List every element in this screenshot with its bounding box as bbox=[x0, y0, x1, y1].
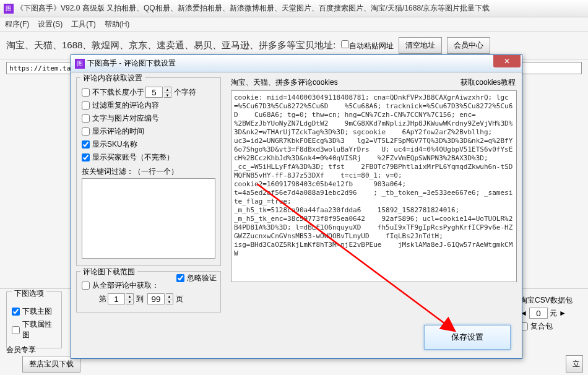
show-time-option[interactable]: 显示评论的时间 bbox=[82, 126, 215, 137]
show-buyer-option[interactable]: 显示买家账号（不完整） bbox=[82, 152, 215, 163]
dialog-left-panel: 评论内容获取设置 不下载长度小于 ▲▼ 个字符 过滤重复的评论内容 文字与图片对… bbox=[71, 72, 226, 358]
save-settings-button[interactable]: 保存设置 bbox=[424, 325, 511, 350]
download-attr-checkbox[interactable]: 下载属性图 bbox=[12, 319, 56, 340]
dialog-titlebar[interactable]: 图 下图高手 - 评论图下载设置 ✕ bbox=[71, 55, 522, 72]
download-range-title: 评论图下载范围 bbox=[80, 267, 137, 277]
member-label: 会员专享 bbox=[6, 345, 36, 355]
text-image-number-option[interactable]: 文字与图片对应编号 bbox=[82, 113, 215, 124]
price-input[interactable] bbox=[529, 308, 548, 319]
download-main-checkbox[interactable]: 下载主图 bbox=[12, 306, 56, 317]
download-range-group: 评论图下载范围 忽略验证 从全部评论中获取： 第 ▲▼ 到 ▲▼ 页 bbox=[76, 271, 221, 312]
menubar: 程序(F) 设置(S) 工具(T) 帮助(H) bbox=[0, 17, 588, 32]
page-from-spinner[interactable]: ▲▼ bbox=[126, 293, 134, 304]
csv-panel: 淘宝CSV数据包 ◄ 元 ► 复合包 bbox=[520, 295, 582, 334]
page-from-input[interactable] bbox=[108, 293, 125, 304]
dialog-right-panel: 淘宝、天猫、拼多多评论cookies 获取cookies教程 cookie: m… bbox=[226, 72, 522, 358]
keyword-filter-textarea[interactable] bbox=[82, 178, 215, 259]
comment-fetch-title: 评论内容获取设置 bbox=[80, 73, 145, 84]
close-icon: ✕ bbox=[504, 57, 510, 66]
go-button[interactable]: 立 bbox=[566, 355, 583, 373]
show-sku-option[interactable]: 显示SKU名称 bbox=[82, 139, 215, 150]
cookies-tutorial-link[interactable]: 获取cookies教程 bbox=[460, 77, 516, 88]
clear-address-button[interactable]: 清空地址 bbox=[399, 37, 442, 54]
menu-program[interactable]: 程序(F) bbox=[5, 19, 29, 30]
cookies-textarea[interactable]: cookie: miid=1440003049118408781; cna=QD… bbox=[231, 90, 517, 282]
min-length-input[interactable] bbox=[145, 87, 163, 98]
page-to-spinner[interactable]: ▲▼ bbox=[166, 293, 173, 304]
download-options-title: 下图选项 bbox=[12, 289, 46, 298]
price-unit: 元 bbox=[550, 308, 557, 319]
comment-fetch-group: 评论内容获取设置 不下载长度小于 ▲▼ 个字符 过滤重复的评论内容 文字与图片对… bbox=[76, 77, 221, 266]
dedup-option[interactable]: 过滤重复的评论内容 bbox=[82, 100, 215, 111]
page-to-input[interactable] bbox=[147, 293, 165, 304]
member-center-button[interactable]: 会员中心 bbox=[447, 37, 490, 54]
combo-checkbox[interactable]: 复合包 bbox=[520, 321, 582, 332]
auto-paste-checkbox[interactable]: 自动粘贴网址 bbox=[341, 40, 394, 51]
min-length-option[interactable]: 不下载长度小于 ▲▼ 个字符 bbox=[82, 87, 215, 98]
arrow-right-icon[interactable]: ► bbox=[559, 309, 566, 317]
dialog-icon: 图 bbox=[75, 59, 85, 69]
dialog-title: 下图高手 - 评论图下载设置 bbox=[87, 58, 493, 69]
min-length-spinner[interactable]: ▲▼ bbox=[164, 87, 171, 98]
app-icon: 图 bbox=[4, 4, 14, 14]
page-range-row: 第 ▲▼ 到 ▲▼ 页 bbox=[82, 293, 215, 304]
main-title: 《下图高手》V92.0 高级版 又拍相册、QQ相册、新浪爱拍相册、新浪微博相册、… bbox=[16, 3, 490, 14]
csv-title: 淘宝CSV数据包 bbox=[520, 295, 582, 306]
keyword-filter-label: 按关键词过滤：（一行一个） bbox=[82, 166, 215, 177]
comment-settings-dialog: 图 下图高手 - 评论图下载设置 ✕ 评论内容获取设置 不下载长度小于 ▲▼ 个… bbox=[71, 54, 522, 359]
toolbar-label: 淘宝、天猫、1688、敦煌网、京东、速卖通、易贝、亚马逊、拼多多等宝贝地址: bbox=[6, 40, 336, 51]
menu-tools[interactable]: 工具(T) bbox=[71, 19, 95, 30]
main-titlebar: 图 《下图高手》V92.0 高级版 又拍相册、QQ相册、新浪爱拍相册、新浪微博相… bbox=[0, 0, 588, 17]
menu-settings[interactable]: 设置(S) bbox=[38, 19, 63, 30]
ignore-verify-checkbox[interactable]: 忽略验证 bbox=[176, 273, 217, 283]
menu-help[interactable]: 帮助(H) bbox=[105, 19, 130, 30]
close-button[interactable]: ✕ bbox=[493, 55, 521, 67]
